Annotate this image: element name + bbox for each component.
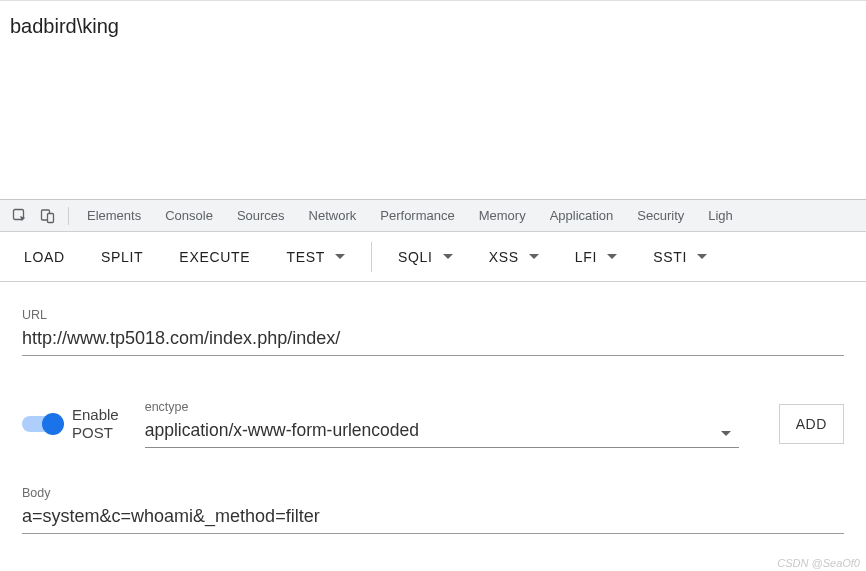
chevron-down-icon	[529, 254, 539, 259]
url-input[interactable]: http://www.tp5018.com/index.php/index/	[22, 326, 844, 356]
inspect-element-icon[interactable]	[6, 200, 34, 232]
tab-elements[interactable]: Elements	[75, 200, 153, 232]
enable-post-toggle[interactable]: Enable POST	[22, 406, 119, 441]
load-button[interactable]: LOAD	[8, 232, 81, 282]
lfi-dropdown[interactable]: LFI	[559, 232, 633, 282]
enctype-field: enctype application/x-www-form-urlencode…	[145, 400, 739, 448]
tab-sources[interactable]: Sources	[225, 200, 297, 232]
test-label: TEST	[286, 249, 325, 265]
devtools-tab-bar: Elements Console Sources Network Perform…	[0, 200, 866, 232]
enable-post-label: Enable POST	[72, 406, 119, 441]
body-section: Body a=system&c=whoami&_method=filter	[22, 486, 844, 534]
chevron-down-icon	[697, 254, 707, 259]
ssti-dropdown[interactable]: SSTI	[637, 232, 723, 282]
hackbar-body: URL http://www.tp5018.com/index.php/inde…	[0, 282, 866, 534]
ssti-label: SSTI	[653, 249, 687, 265]
page-output: badbird\king	[0, 0, 866, 199]
chevron-down-icon	[443, 254, 453, 259]
toolbar-separator	[371, 242, 372, 272]
sqli-label: SQLI	[398, 249, 433, 265]
tab-performance[interactable]: Performance	[368, 200, 466, 232]
body-label: Body	[22, 486, 844, 500]
split-button[interactable]: SPLIT	[85, 232, 159, 282]
hackbar-toolbar: LOAD SPLIT EXECUTE TEST SQLI XSS LFI SST…	[0, 232, 866, 282]
execute-button[interactable]: EXECUTE	[163, 232, 266, 282]
tab-application[interactable]: Application	[538, 200, 626, 232]
enctype-label: enctype	[145, 400, 739, 414]
tab-network[interactable]: Network	[297, 200, 369, 232]
device-toggle-icon[interactable]	[34, 200, 62, 232]
tab-security[interactable]: Security	[625, 200, 696, 232]
sqli-dropdown[interactable]: SQLI	[382, 232, 469, 282]
tab-divider	[68, 207, 69, 225]
switch-knob	[42, 413, 64, 435]
body-input[interactable]: a=system&c=whoami&_method=filter	[22, 504, 844, 534]
tab-memory[interactable]: Memory	[467, 200, 538, 232]
post-row: Enable POST enctype application/x-www-fo…	[22, 400, 844, 448]
lfi-label: LFI	[575, 249, 597, 265]
chevron-down-icon	[335, 254, 345, 259]
enable-post-line2: POST	[72, 424, 119, 442]
enctype-select[interactable]: application/x-www-form-urlencoded	[145, 418, 739, 448]
add-header-button[interactable]: ADD	[779, 404, 844, 444]
tab-console[interactable]: Console	[153, 200, 225, 232]
svg-rect-2	[48, 213, 54, 222]
test-dropdown[interactable]: TEST	[270, 232, 361, 282]
switch-track	[22, 416, 60, 432]
chevron-down-icon	[607, 254, 617, 259]
chevron-down-icon	[721, 431, 731, 436]
enable-post-line1: Enable	[72, 406, 119, 424]
tab-lighthouse[interactable]: Ligh	[696, 200, 745, 232]
enctype-value: application/x-www-form-urlencoded	[145, 420, 419, 440]
devtools-panel: Elements Console Sources Network Perform…	[0, 199, 866, 534]
url-label: URL	[22, 308, 844, 322]
watermark: CSDN @SeaOf0	[777, 557, 860, 569]
xss-label: XSS	[489, 249, 519, 265]
xss-dropdown[interactable]: XSS	[473, 232, 555, 282]
